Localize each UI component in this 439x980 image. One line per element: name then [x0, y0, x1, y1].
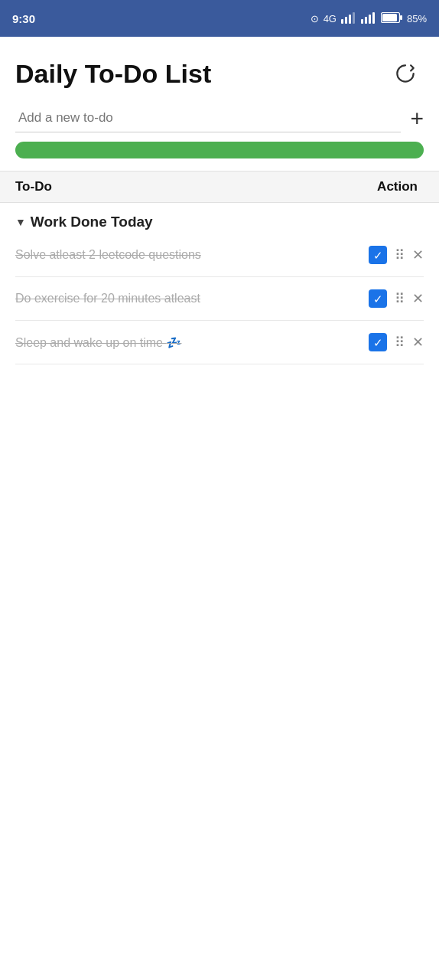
- chevron-down-icon: ▼: [15, 216, 26, 228]
- status-bar: 9:30 ⊙ 4G: [0, 0, 439, 37]
- drag-icon[interactable]: ⠿: [395, 334, 405, 351]
- input-row: +: [0, 104, 439, 142]
- status-icons: ⊙ 4G 85%: [311, 11, 427, 26]
- todo-item-text: Do exercise for 20 minutes atleast: [15, 292, 355, 305]
- section-work-done-today: ▼ Work Done Today Solve atleast 2 leetco…: [0, 203, 439, 368]
- reset-button[interactable]: [387, 55, 424, 92]
- todo-item-text: Sleep and wake up on time 💤: [15, 335, 355, 350]
- reset-icon: [393, 61, 418, 86]
- checkbox-item2[interactable]: ✓: [369, 289, 387, 308]
- todo-item-text: Solve atleast 2 leetcode questions: [15, 248, 355, 262]
- progress-bar: [15, 142, 424, 158]
- drag-icon[interactable]: ⠿: [395, 247, 405, 263]
- todo-item: Solve atleast 2 leetcode questions ✓ ⠿ ✕: [15, 234, 424, 277]
- svg-rect-6: [369, 15, 371, 24]
- col-todo-header: To-Do: [15, 179, 347, 194]
- svg-rect-4: [361, 19, 363, 24]
- svg-rect-10: [382, 14, 397, 21]
- signal-icon: [341, 11, 356, 26]
- section-header[interactable]: ▼ Work Done Today: [15, 214, 424, 230]
- svg-rect-0: [341, 19, 343, 24]
- checkmark-icon: ✓: [373, 337, 383, 348]
- checkmark-icon: ✓: [373, 250, 383, 261]
- delete-icon[interactable]: ✕: [412, 290, 424, 307]
- table-header: To-Do Action: [0, 171, 439, 203]
- svg-rect-1: [345, 17, 347, 24]
- svg-rect-9: [400, 15, 402, 20]
- header: Daily To-Do List: [0, 37, 439, 104]
- todo-input[interactable]: [15, 104, 401, 132]
- location-icon: ⊙: [311, 13, 319, 24]
- status-time: 9:30: [12, 12, 35, 25]
- todo-item-actions: ✓ ⠿ ✕: [355, 289, 424, 308]
- todo-item: Do exercise for 20 minutes atleast ✓ ⠿ ✕: [15, 277, 424, 321]
- svg-rect-7: [372, 12, 375, 24]
- checkbox-item1[interactable]: ✓: [369, 246, 387, 264]
- delete-icon[interactable]: ✕: [412, 247, 424, 263]
- battery-text: 85%: [407, 13, 427, 24]
- delete-icon[interactable]: ✕: [412, 334, 424, 351]
- battery-icon: [381, 12, 402, 25]
- section-title: Work Done Today: [31, 214, 153, 230]
- checkbox-item3[interactable]: ✓: [369, 333, 387, 351]
- col-action-header: Action: [347, 179, 424, 194]
- todo-item-actions: ✓ ⠿ ✕: [355, 333, 424, 351]
- checkmark-icon: ✓: [373, 293, 383, 305]
- drag-icon[interactable]: ⠿: [395, 290, 405, 307]
- page-title: Daily To-Do List: [15, 59, 211, 89]
- svg-rect-5: [365, 17, 367, 24]
- network-label: 4G: [324, 13, 337, 24]
- signal2-icon: [361, 11, 376, 26]
- sleep-emoji: 💤: [166, 336, 181, 349]
- svg-rect-2: [349, 15, 351, 24]
- svg-rect-3: [353, 12, 355, 24]
- add-button[interactable]: +: [410, 107, 424, 130]
- todo-item: Sleep and wake up on time 💤 ✓ ⠿ ✕: [15, 321, 424, 364]
- todo-item-actions: ✓ ⠿ ✕: [355, 246, 424, 264]
